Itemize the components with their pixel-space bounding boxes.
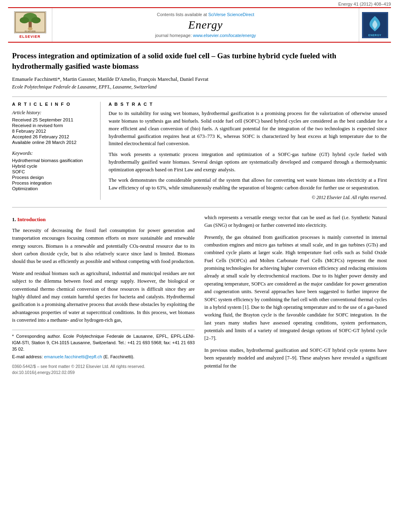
keywords-label: Keywords: xyxy=(12,150,94,156)
history-item-2: 8 February 2012 xyxy=(12,129,94,134)
svg-text:ENERGY: ENERGY xyxy=(368,34,382,37)
authors-line: Emanuele Facchinetti*, Martin Gassner, M… xyxy=(12,76,387,82)
sciverse-link[interactable]: SciVerse ScienceDirect xyxy=(208,12,254,17)
abstract-para-0: Due to its suitability for using wet bio… xyxy=(109,110,387,148)
citation-bar: Energy 41 (2012) 408–419 xyxy=(0,0,399,7)
email-name: (E. Facchinetti). xyxy=(103,354,134,359)
history-item-0: Received 25 September 2011 xyxy=(12,117,94,122)
elsevier-graphic: ELSEVIER xyxy=(14,11,46,33)
section-num: 1. xyxy=(12,216,16,222)
keyword-1: Hybrid cycle xyxy=(12,164,94,168)
elsevier-logo-area: ELSEVIER ELSEVIER xyxy=(8,8,52,42)
email-label: E-mail address: xyxy=(12,354,43,359)
article-info-abstract: A R T I C L E I N F O Article history: R… xyxy=(12,97,387,200)
keyword-3: Process design xyxy=(12,175,94,180)
intro-para-left-0: The necessity of decreasing the fossil f… xyxy=(12,227,195,266)
energy-logo-box: ENERGY xyxy=(362,12,388,38)
keyword-2: SOFC xyxy=(12,169,94,174)
abstract-text: Due to its suitability for using wet bio… xyxy=(109,110,387,192)
email-link[interactable]: emanuele.facchinetti@epfl.ch xyxy=(44,354,102,359)
section-title-text: Introduction xyxy=(17,216,46,222)
body-right-col: which represents a versatile energy vect… xyxy=(204,214,387,376)
abstract-para-1: This work presents a systematic process … xyxy=(109,151,387,173)
history-item-1: Received in revised form xyxy=(12,123,94,128)
page: Energy 41 (2012) 408–419 xyxy=(0,0,399,532)
footnote-email: E-mail address: emanuele.facchinetti@epf… xyxy=(12,354,195,360)
sciverse-line: Contents lists available at SciVerse Sci… xyxy=(157,12,254,17)
keyword-4: Process integration xyxy=(12,181,94,185)
corresponding-label: * Corresponding author. Ecole Polytechni… xyxy=(12,334,195,351)
elsevier-text: ELSEVIER xyxy=(14,35,46,39)
history-item-3: Accepted 26 February 2012 xyxy=(12,134,94,139)
intro-para-right-2: In previous studies, hydrothermal gasifi… xyxy=(204,347,387,370)
svg-rect-4 xyxy=(29,22,32,28)
elsevier-logo: ELSEVIER ELSEVIER xyxy=(14,11,46,39)
energy-logo-area: ENERGY xyxy=(359,8,391,42)
abstract-para-2: The work demonstrates the considerable p… xyxy=(109,177,387,192)
body-columns: 1. Introduction The necessity of decreas… xyxy=(12,214,387,376)
keywords-section: Keywords: Hydrothermal biomass gasificat… xyxy=(12,150,94,191)
journal-title-area: Contents lists available at SciVerse Sci… xyxy=(52,8,359,42)
copyright-line: © 2012 Elsevier Ltd. All rights reserved… xyxy=(109,195,387,200)
body-divider xyxy=(12,207,387,207)
abstract-title: A B S T R A C T xyxy=(109,102,387,107)
intro-para-right-1: Presently, the gas obtained from gasific… xyxy=(204,234,387,343)
svg-point-2 xyxy=(19,17,29,23)
issn-line: 0360-5442/$ – see front matter © 2012 El… xyxy=(12,364,195,370)
history-label: Article history: xyxy=(12,110,94,116)
svg-point-6 xyxy=(28,27,33,31)
doi-line: doi:10.1016/j.energy.2012.02.059 xyxy=(12,370,195,376)
keyword-5: Optimization xyxy=(12,186,94,191)
article-info-column: A R T I C L E I N F O Article history: R… xyxy=(12,102,101,200)
svg-text:ELSEVIER: ELSEVIER xyxy=(25,30,35,33)
svg-point-3 xyxy=(31,17,40,23)
homepage-link[interactable]: www.elsevier.com/locate/energy xyxy=(193,33,256,38)
abstract-column: A B S T R A C T Due to its suitability f… xyxy=(109,102,387,200)
journal-issn: 0360-5442/$ – see front matter © 2012 El… xyxy=(12,364,195,376)
article-info-title: A R T I C L E I N F O xyxy=(12,102,94,107)
history-item-4: Available online 28 March 2012 xyxy=(12,140,94,145)
footnote-area: * Corresponding author. Ecole Polytechni… xyxy=(12,330,195,376)
footnote-corresponding: * Corresponding author. Ecole Polytechni… xyxy=(12,333,195,353)
body-left-col: 1. Introduction The necessity of decreas… xyxy=(12,214,195,376)
section-heading: 1. Introduction xyxy=(12,216,195,224)
journal-name: Energy xyxy=(188,18,223,31)
journal-homepage: journal homepage: www.elsevier.com/locat… xyxy=(155,33,256,38)
affiliation: Ecole Polytechnique Federale de Lausanne… xyxy=(12,84,387,90)
article-title: Process integration and optimization of … xyxy=(12,51,387,71)
keyword-0: Hydrothermal biomass gasification xyxy=(12,158,94,163)
journal-header: ELSEVIER ELSEVIER Contents lists availab… xyxy=(8,7,391,43)
intro-para-right-0: which represents a versatile energy vect… xyxy=(204,214,387,230)
citation-text: Energy 41 (2012) 408–419 xyxy=(338,2,391,6)
main-content: Process integration and optimization of … xyxy=(0,43,399,384)
intro-para-left-1: Waste and residual biomass such as agric… xyxy=(12,270,195,325)
